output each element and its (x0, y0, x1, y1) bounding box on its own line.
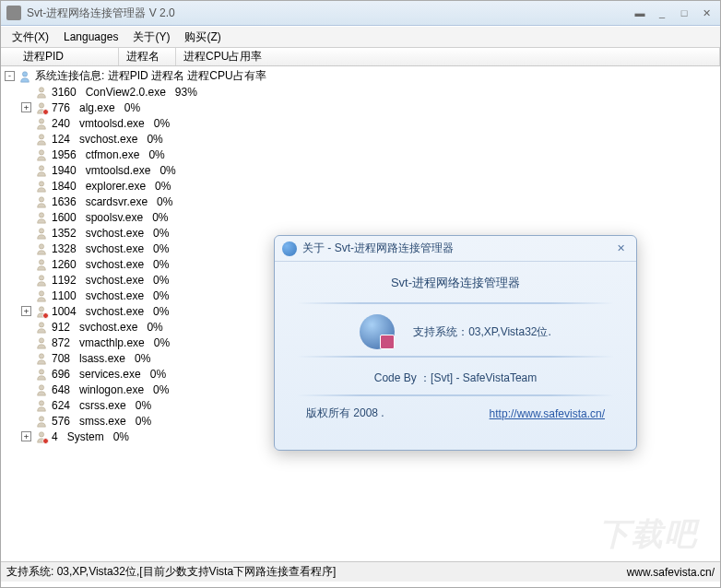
svg-point-20 (39, 384, 43, 389)
menu-file[interactable]: 文件(X) (5, 27, 56, 48)
person-icon (35, 195, 48, 208)
dialog-codeby-text: Code By ：[Svt] - SafeVistaTeam (374, 370, 538, 386)
svg-point-11 (39, 243, 43, 248)
tree-row[interactable]: 124 svchost.exe 0% (1, 131, 720, 147)
main-window: Svt-进程网络连接管理器 V 2.0 ▬ _ □ ✕ 文件(X) Langua… (0, 0, 721, 588)
tree-row[interactable]: 3160 ConView2.0.exe 93% (1, 84, 720, 100)
person-icon (35, 399, 48, 412)
person-icon (35, 164, 48, 177)
person-icon (35, 415, 48, 428)
svg-point-15 (39, 306, 43, 311)
tree-row-text: 696 services.exe 0% (52, 368, 166, 381)
dialog-body: Svt-进程网络连接管理器 支持系统：03,XP,Vista32位. Code … (275, 262, 636, 430)
minimize-button[interactable]: ▬ (632, 6, 648, 20)
about-dialog: 关于 - Svt-进程网路连接管理器 ✕ Svt-进程网络连接管理器 支持系统：… (274, 235, 637, 451)
tree-row-text: 1004 svchost.exe 0% (52, 305, 169, 318)
person-icon (35, 227, 48, 240)
person-icon (18, 70, 31, 83)
person-icon (35, 352, 48, 365)
expander-icon[interactable]: - (5, 71, 15, 81)
globe-icon (360, 314, 395, 349)
dialog-title: 关于 - Svt-进程网路连接管理器 (302, 241, 612, 256)
person-icon (35, 180, 48, 193)
svg-point-0 (22, 71, 27, 76)
tree-row[interactable]: 1840 explorer.exe 0% (1, 178, 720, 194)
column-pid[interactable]: 进程PID (1, 48, 119, 65)
tree-row-text: 3160 ConView2.0.exe 93% (52, 86, 197, 99)
svg-point-21 (39, 400, 43, 405)
svg-point-8 (39, 196, 43, 201)
divider (297, 302, 614, 304)
menubar: 文件(X) Languages 关于(Y) 购买(Z) (1, 26, 720, 48)
tree-row-text: 1940 vmtoolsd.exe 0% (52, 164, 176, 177)
dialog-titlebar[interactable]: 关于 - Svt-进程网路连接管理器 ✕ (275, 236, 636, 262)
badge-icon (42, 109, 49, 115)
tree-row-text: 1328 svchost.exe 0% (52, 242, 169, 255)
menu-buy[interactable]: 购买(Z) (177, 27, 228, 48)
tree-row-text: 1636 scardsvr.exe 0% (52, 195, 172, 208)
tree-row-text: 1100 svchost.exe 0% (52, 289, 169, 302)
person-icon (35, 321, 48, 334)
app-icon (6, 6, 21, 20)
dialog-icon (282, 241, 297, 256)
svg-point-17 (39, 337, 43, 342)
tree-row-text: 1956 ctfmon.exe 0% (52, 148, 165, 161)
status-right: www.safevista.cn/ (627, 566, 715, 579)
tree-row[interactable]: 1600 spoolsv.exe 0% (1, 209, 720, 225)
menu-languages[interactable]: Languages (56, 28, 125, 46)
tree-row-text: 1260 svchost.exe 0% (52, 258, 169, 271)
tree-row-text: 776 alg.exe 0% (52, 101, 140, 114)
tree-row-text: 124 svchost.exe 0% (52, 133, 163, 146)
menu-about[interactable]: 关于(Y) (125, 27, 177, 48)
tree-row-text: 872 vmacthlp.exe 0% (52, 336, 170, 349)
svg-point-7 (39, 181, 43, 185)
svg-point-1 (39, 87, 43, 91)
tree-row-text: 1192 svchost.exe 0% (52, 274, 169, 287)
dialog-footer: 版权所有 2008 . http://www.safevista.cn/ (297, 406, 614, 421)
tree-row[interactable]: +776 alg.exe 0% (1, 100, 720, 115)
expander-icon[interactable]: + (21, 102, 31, 112)
tree-row[interactable]: 1956 ctfmon.exe 0% (1, 147, 720, 162)
svg-point-5 (39, 149, 43, 154)
tree-root-label: 系统连接信息: 进程PID 进程名 进程CPU占有率 (35, 68, 266, 84)
person-icon (35, 258, 48, 271)
tree-row[interactable]: 240 vmtoolsd.exe 0% (1, 115, 720, 131)
person-icon (35, 86, 48, 99)
badge-icon (42, 438, 49, 444)
divider (297, 356, 614, 358)
tree-row-text: 240 vmtoolsd.exe 0% (52, 117, 170, 130)
dialog-copyright: 版权所有 2008 . (306, 406, 384, 421)
person-icon (35, 336, 48, 349)
tree-root-row[interactable]: -系统连接信息: 进程PID 进程名 进程CPU占有率 (1, 68, 720, 84)
dialog-link[interactable]: http://www.safevista.cn/ (490, 407, 605, 420)
person-icon (35, 430, 48, 443)
dialog-row-support: 支持系统：03,XP,Vista32位. (297, 313, 614, 350)
tree-row[interactable]: 1940 vmtoolsd.exe 0% (1, 162, 720, 178)
column-headers: 进程PID 进程名 进程CPU占用率 (1, 48, 720, 66)
minimize2-button[interactable]: _ (654, 6, 670, 20)
column-name[interactable]: 进程名 (119, 48, 176, 65)
tree-row-text: 4 System 0% (52, 430, 129, 443)
close-button[interactable]: ✕ (698, 6, 715, 20)
tree-row-text: 576 smss.exe 0% (52, 415, 151, 428)
svg-point-12 (39, 259, 43, 264)
dialog-row-codeby: Code By ：[Svt] - SafeVistaTeam (297, 367, 614, 389)
dialog-close-button[interactable]: ✕ (612, 241, 629, 256)
dialog-heading: Svt-进程网络连接管理器 (297, 275, 614, 291)
person-icon (35, 305, 48, 318)
titlebar[interactable]: Svt-进程网络连接管理器 V 2.0 ▬ _ □ ✕ (1, 1, 720, 26)
badge-icon (42, 312, 49, 319)
maximize-button[interactable]: □ (676, 6, 692, 20)
tree-row-text: 1352 svchost.exe 0% (52, 227, 169, 240)
svg-point-9 (39, 212, 43, 217)
expander-icon[interactable]: + (21, 306, 31, 316)
svg-point-3 (39, 118, 43, 123)
svg-point-16 (39, 322, 43, 326)
column-cpu[interactable]: 进程CPU占用率 (176, 48, 720, 65)
expander-icon[interactable]: + (21, 431, 31, 441)
tree-row-text: 912 svchost.exe 0% (52, 321, 163, 334)
svg-point-13 (39, 275, 43, 279)
person-icon (35, 117, 48, 130)
svg-point-4 (39, 134, 43, 138)
tree-row[interactable]: 1636 scardsvr.exe 0% (1, 194, 720, 209)
